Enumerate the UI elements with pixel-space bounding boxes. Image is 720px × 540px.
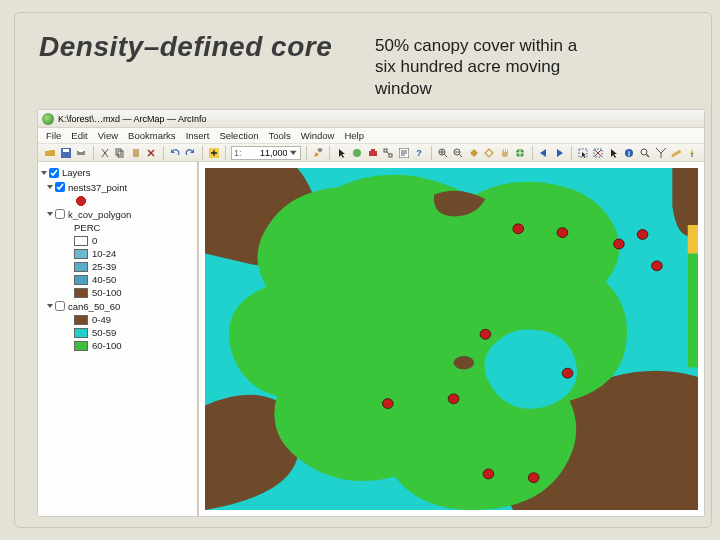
menu-view[interactable]: View: [98, 130, 118, 141]
menu-edit[interactable]: Edit: [71, 130, 87, 141]
layer-points-checkbox[interactable]: [55, 182, 65, 192]
legend-entry: 40-50: [74, 273, 195, 286]
full-extent-icon[interactable]: [514, 146, 527, 160]
layer-polygon-checkbox[interactable]: [55, 209, 65, 219]
hyperlink-icon[interactable]: [685, 146, 698, 160]
open-icon[interactable]: [44, 146, 57, 160]
nest-point[interactable]: [557, 228, 568, 238]
fixed-zoom-out-icon[interactable]: [483, 146, 496, 160]
select-features-icon[interactable]: [577, 146, 590, 160]
swatch-icon: [74, 275, 88, 285]
swatch-icon: [74, 315, 88, 325]
catalog-icon[interactable]: [351, 146, 364, 160]
menu-help[interactable]: Help: [344, 130, 364, 141]
scale-input[interactable]: [241, 148, 287, 158]
nest-point[interactable]: [528, 473, 539, 483]
table-of-contents[interactable]: Layers nests37_point k_cov_polygon: [38, 162, 198, 516]
menu-selection[interactable]: Selection: [219, 130, 258, 141]
redo-icon[interactable]: [184, 146, 197, 160]
map-svg: [205, 168, 698, 510]
scale-combo[interactable]: 1:: [231, 146, 301, 160]
layer-polygon[interactable]: k_cov_polygon PERC 0 10-24 25-39 40-50 5…: [48, 207, 195, 299]
nest-point[interactable]: [652, 261, 663, 271]
goto-xy-icon[interactable]: [654, 146, 667, 160]
toc-root[interactable]: Layers: [40, 165, 195, 180]
delete-icon[interactable]: [145, 146, 158, 160]
svg-rect-29: [688, 225, 698, 254]
expand-icon[interactable]: [47, 212, 53, 216]
desc-line-2: six hundred acre moving: [375, 57, 560, 76]
pointer-icon[interactable]: [335, 146, 348, 160]
add-data-icon[interactable]: [208, 146, 221, 160]
nest-point[interactable]: [483, 469, 494, 479]
nest-point[interactable]: [614, 239, 625, 249]
menu-bookmarks[interactable]: Bookmarks: [128, 130, 176, 141]
swatch-icon: [74, 249, 88, 259]
nest-point[interactable]: [448, 394, 459, 404]
legend-entry: 10-24: [74, 247, 195, 260]
expand-icon[interactable]: [47, 304, 53, 308]
map-canvas[interactable]: [198, 162, 704, 516]
map-display[interactable]: [205, 168, 698, 510]
legend-entry: 60-100: [74, 339, 195, 352]
svg-rect-25: [691, 153, 692, 157]
editor-toolbar-icon[interactable]: [312, 146, 325, 160]
nest-point[interactable]: [637, 230, 648, 240]
menu-tools[interactable]: Tools: [268, 130, 290, 141]
layer-canopy[interactable]: can6_50_60 0-49 50-59 60-100: [48, 299, 195, 352]
toolbar-separator: [93, 146, 94, 160]
expand-icon[interactable]: [41, 171, 47, 175]
next-extent-icon[interactable]: [553, 146, 566, 160]
nest-point[interactable]: [382, 399, 393, 409]
save-icon[interactable]: [60, 146, 73, 160]
cut-icon[interactable]: [99, 146, 112, 160]
toolbox-icon[interactable]: [366, 146, 379, 160]
whats-this-icon[interactable]: ?: [413, 146, 426, 160]
scale-prefix: 1:: [234, 148, 242, 158]
desc-line-1: 50% canopy cover within a: [375, 36, 577, 55]
layer-points[interactable]: nests37_point: [48, 180, 195, 207]
prev-extent-icon[interactable]: [538, 146, 551, 160]
legend-entry: 0: [74, 234, 195, 247]
svg-rect-13: [389, 154, 392, 157]
fixed-zoom-in-icon[interactable]: [468, 146, 481, 160]
nest-point[interactable]: [480, 329, 491, 339]
svg-rect-24: [671, 149, 681, 157]
toolbar-separator: [532, 146, 533, 160]
svg-rect-28: [688, 254, 698, 368]
identify-icon[interactable]: i: [623, 146, 636, 160]
svg-rect-6: [133, 149, 139, 157]
window-title: K:\forest\…mxd — ArcMap — ArcInfo: [58, 114, 207, 124]
measure-icon[interactable]: [670, 146, 683, 160]
clear-selection-icon[interactable]: [592, 146, 605, 160]
toolbar-separator: [306, 146, 307, 160]
desc-line-3: window: [375, 79, 432, 98]
find-icon[interactable]: [639, 146, 652, 160]
chevron-down-icon[interactable]: [289, 148, 297, 157]
menu-file[interactable]: File: [46, 130, 61, 141]
paste-icon[interactable]: [130, 146, 143, 160]
slide-title: Density–defined core: [39, 31, 332, 63]
pan-icon[interactable]: [499, 146, 512, 160]
zoom-in-icon[interactable]: [436, 146, 449, 160]
zoom-out-icon[interactable]: [452, 146, 465, 160]
expand-icon[interactable]: [47, 185, 53, 189]
nest-point[interactable]: [562, 368, 573, 378]
workspace: Layers nests37_point k_cov_polygon: [38, 162, 704, 516]
toc-root-checkbox[interactable]: [49, 168, 59, 178]
copy-icon[interactable]: [114, 146, 127, 160]
nest-point[interactable]: [513, 224, 524, 234]
window-titlebar[interactable]: K:\forest\…mxd — ArcMap — ArcInfo: [38, 110, 704, 128]
select-elements-icon[interactable]: [608, 146, 621, 160]
menu-window[interactable]: Window: [301, 130, 335, 141]
print-icon[interactable]: [75, 146, 88, 160]
command-icon[interactable]: [397, 146, 410, 160]
swatch-icon: [74, 262, 88, 272]
toolbar: 1: ? i: [38, 144, 704, 162]
arcmap-window: K:\forest\…mxd — ArcMap — ArcInfo File E…: [37, 109, 705, 517]
undo-icon[interactable]: [169, 146, 182, 160]
model-icon[interactable]: [382, 146, 395, 160]
menu-insert[interactable]: Insert: [186, 130, 210, 141]
layer-canopy-checkbox[interactable]: [55, 301, 65, 311]
layer-polygon-name: k_cov_polygon: [68, 209, 131, 220]
